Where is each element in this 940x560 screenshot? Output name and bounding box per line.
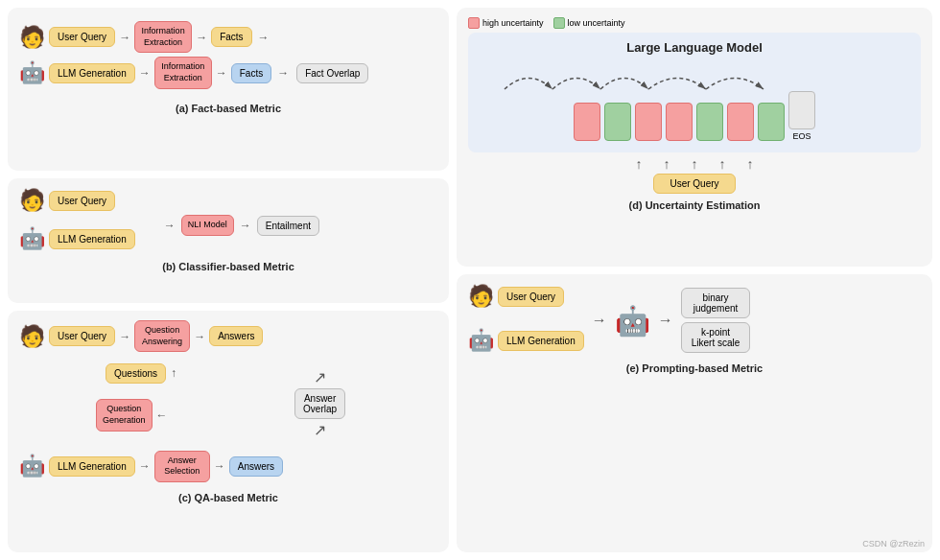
panel-b: 🧑 User Query 🤖 LLM Generation → NLI Mode… [8, 178, 449, 303]
eos-label: EOS [792, 131, 811, 141]
panel-d-label: (d) Uncertainty Estimation [468, 199, 921, 211]
arrow-b2: → [240, 219, 251, 232]
token-row: EOS [476, 91, 913, 141]
diagram-e: 🧑 User Query 🤖 LLM Generation → 🤖 → [468, 284, 921, 357]
arrow-b1: → [164, 219, 176, 232]
user-query-e1: User Query [498, 287, 564, 307]
arrow-c5: → [139, 459, 151, 473]
dashed-arcs-svg [476, 62, 913, 91]
robot-icon-e2: 🤖 [468, 328, 494, 353]
arrow-c3: ↑ [171, 366, 176, 380]
up-arrow-1: ↑ [636, 156, 643, 172]
robot-icon-c2: 🤖 [19, 454, 45, 478]
token-box-4 [666, 103, 693, 141]
judge-outputs: binary judgement k-point Likert scale [681, 288, 751, 353]
arc1 [505, 79, 552, 90]
arrow-a2: → [196, 31, 207, 44]
answer-selection-c2: AnswerSelection [154, 451, 210, 482]
user-query-a1: User Query [49, 27, 115, 47]
arrow-c4: ← [156, 408, 168, 422]
panel-a-label: (a) Fact-based Metric [19, 103, 437, 114]
legend-high-color [468, 17, 480, 29]
legend-low: low uncertainty [553, 17, 625, 29]
arrow-c6: → [214, 459, 225, 473]
facts-a1: Facts [211, 27, 251, 47]
panel-a-row2: 🤖 LLM Generation → InformationExtraction… [19, 57, 437, 88]
fact-overlap: Fact Overlap [296, 63, 368, 83]
panel-c-row1: 🧑 User Query → QuestionAnswering → Answe… [19, 320, 283, 352]
llm-generation-e2: LLM Generation [498, 331, 584, 351]
answer-overlap: AnswerOverlap [294, 388, 345, 419]
up-arrows: ↑ ↑ ↑ ↑ ↑ [636, 156, 754, 172]
panel-d: high uncertainty low uncertainty Large L… [457, 8, 932, 267]
arrow-e2: → [658, 312, 673, 329]
panel-c-row2: 🤖 LLM Generation → AnswerSelection → Ans… [19, 451, 283, 482]
legend-low-color [553, 17, 565, 29]
person-icon-e1: 🧑 [468, 284, 494, 309]
panel-a: 🧑 User Query → InformationExtraction → F… [8, 8, 449, 171]
question-answering-c1: QuestionAnswering [134, 320, 190, 352]
diagram-b: 🧑 User Query 🤖 LLM Generation → NLI Mode… [19, 188, 437, 255]
llm-box: Large Language Model [468, 33, 921, 152]
arrow-c8: ↗ [314, 421, 326, 439]
token-area: EOS [476, 62, 913, 141]
panel-b-left: 🧑 User Query 🤖 LLM Generation [19, 188, 135, 255]
arrow-e1: → [592, 312, 607, 329]
token-box-3 [635, 103, 662, 141]
llm-title: Large Language Model [476, 40, 913, 55]
panel-b-label: (b) Classifier-based Metric [19, 261, 437, 272]
up-arrow-3: ↑ [692, 156, 698, 172]
user-query-b1: User Query [49, 191, 115, 211]
arrow-c7: ↗ [314, 368, 326, 386]
answers-c1: Answers [209, 326, 263, 346]
panel-c-right: ↗ AnswerOverlap ↗ [289, 320, 345, 486]
panel-b-row2: 🤖 LLM Generation [19, 226, 135, 251]
user-query-c1: User Query [49, 326, 115, 346]
answers-c2: Answers [229, 456, 283, 477]
panel-c: 🧑 User Query → QuestionAnswering → Answe… [8, 311, 449, 552]
panel-c-left: 🧑 User Query → QuestionAnswering → Answe… [19, 320, 283, 486]
arrow-c2: → [194, 330, 205, 343]
panel-c-qgen: QuestionGeneration ← [96, 399, 283, 431]
token-box-5 [696, 103, 723, 141]
token-2 [604, 103, 631, 141]
token-5 [696, 103, 723, 141]
nli-center: → NLI Model → Entailment [164, 196, 319, 255]
panel-e-row2: 🤖 LLM Generation [468, 328, 584, 353]
person-icon-b1: 🧑 [19, 188, 45, 213]
entailment: Entailment [257, 216, 319, 236]
token-box-2 [604, 103, 631, 141]
arrow-a5: → [216, 66, 227, 80]
token-4 [666, 103, 693, 141]
llm-generation-c2: LLM Generation [49, 456, 135, 477]
panel-c-label: (c) QA-based Metric [19, 492, 437, 503]
diagram-a: 🧑 User Query → InformationExtraction → F… [19, 17, 437, 97]
arc4 [648, 79, 706, 90]
arc3 [600, 79, 648, 90]
question-generation-c: QuestionGeneration [96, 399, 153, 431]
person-icon-a1: 🧑 [19, 25, 45, 50]
arrow-a3: → [258, 31, 270, 44]
info-extraction-a2: InformationExtraction [154, 57, 212, 88]
arrow-a4: → [139, 66, 151, 80]
up-arrow-5: ↑ [747, 156, 754, 172]
person-icon-c1: 🧑 [19, 324, 45, 349]
binary-judgement: binary judgement [681, 288, 751, 318]
up-arrow-2: ↑ [664, 156, 670, 172]
questions-c: Questions [106, 363, 166, 384]
facts-a2: Facts [231, 63, 271, 83]
likert-scale: k-point Likert scale [681, 322, 751, 353]
arc5 [706, 79, 764, 90]
panel-e-row1: 🧑 User Query [468, 284, 584, 309]
nli-model: NLI Model [181, 215, 234, 236]
answer-overlap-section: ↗ AnswerOverlap ↗ [294, 368, 345, 439]
arrow-a1: → [119, 31, 130, 44]
token-3 [635, 103, 662, 141]
arrow-a6: → [277, 66, 289, 80]
left-column: 🧑 User Query → InformationExtraction → F… [8, 8, 449, 552]
panel-e-left: 🧑 User Query 🤖 LLM Generation [468, 284, 584, 357]
diagram-c: 🧑 User Query → QuestionAnswering → Answe… [19, 320, 437, 486]
arc2 [552, 79, 600, 90]
robot-judge-section: 🤖 [615, 304, 650, 338]
watermark: CSDN @zRezin [862, 539, 925, 548]
